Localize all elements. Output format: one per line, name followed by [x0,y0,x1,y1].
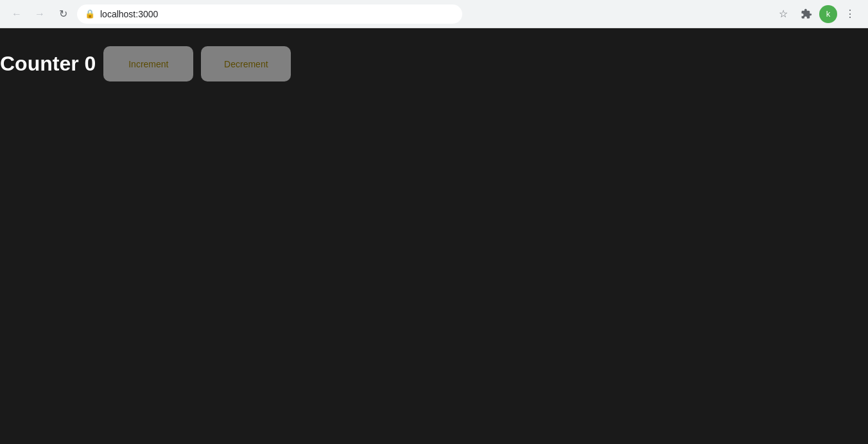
address-bar[interactable]: 🔒 localhost:3000 [77,4,462,24]
decrement-button[interactable]: Decrement [201,46,291,81]
forward-button[interactable]: → [31,5,49,23]
back-button[interactable]: ← [8,5,26,23]
browser-chrome: ← → ↻ 🔒 localhost:3000 ☆ k ⋮ [0,0,868,28]
increment-button[interactable]: Increment [103,46,193,81]
menu-button[interactable]: ⋮ [840,4,860,24]
toolbar-right: ☆ k ⋮ [773,4,860,24]
avatar[interactable]: k [819,5,837,23]
counter-section: Counter 0 Increment Decrement [0,40,291,88]
star-button[interactable]: ☆ [773,4,794,24]
address-text: localhost:3000 [100,9,158,19]
reload-button[interactable]: ↻ [54,5,72,23]
counter-label: Counter 0 [0,52,96,76]
extensions-button[interactable] [796,4,817,24]
page-content: Counter 0 Increment Decrement [0,28,868,444]
lock-icon: 🔒 [85,9,95,19]
